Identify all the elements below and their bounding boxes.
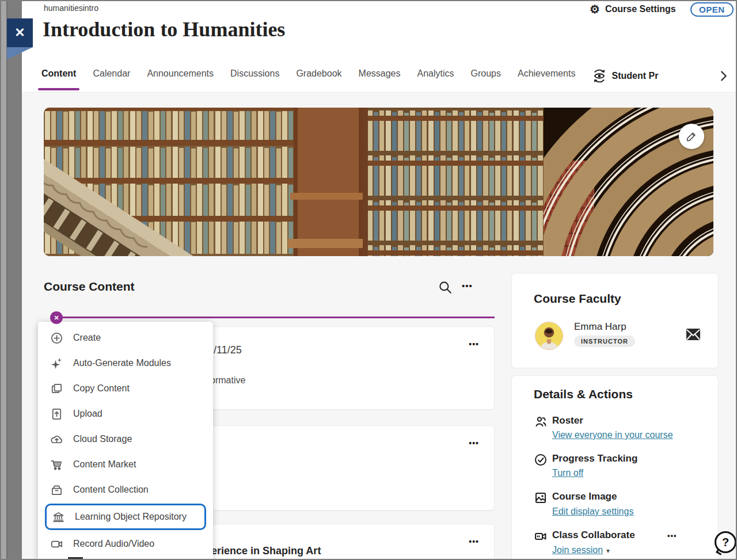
course-content-title: Course Content [44, 280, 135, 294]
menu-item-learning-object-repository[interactable]: Learning Object Repository [45, 504, 206, 530]
details-actions-title: Details & Actions [534, 387, 633, 401]
instructor-role-badge: INSTRUCTOR [574, 336, 635, 347]
tab-calendar[interactable]: Calendar [93, 68, 130, 94]
menu-item-content-collection[interactable]: Content Collection [38, 477, 213, 502]
join-session-link[interactable]: Join session▾ [552, 545, 610, 555]
instructor-name: Emma Harp [574, 321, 626, 333]
copy-icon [50, 382, 63, 395]
course-settings-label: Course Settings [605, 4, 676, 14]
student-preview-button[interactable]: Student Pr [592, 68, 658, 94]
menu-item-label: Content Market [73, 459, 136, 470]
plus-circle-icon [50, 332, 63, 345]
menu-item-partial-icon [68, 557, 83, 560]
card-2-menu-button[interactable]: ••• [469, 439, 479, 448]
card-3-menu-button[interactable]: ••• [469, 537, 479, 546]
menu-item-label: Create [73, 333, 101, 343]
menu-item-upload[interactable]: Upload [38, 401, 213, 426]
menu-item-label: Learning Object Repository [75, 512, 187, 522]
details-actions-card: Details & Actions Roster View everyone i… [511, 375, 719, 560]
roster-icon [534, 415, 548, 429]
email-icon[interactable] [686, 328, 701, 341]
course-image-label: Course Image [552, 491, 617, 502]
card-1-menu-button[interactable]: ••• [469, 340, 479, 349]
menu-item-content-market[interactable]: Content Market [38, 452, 213, 477]
student-preview-label: Student Pr [611, 71, 658, 81]
course-settings-button[interactable]: ⚙ Course Settings [590, 3, 676, 15]
menu-item-cloud-storage[interactable]: Cloud Storage [38, 426, 213, 452]
tab-achievements[interactable]: Achievements [518, 68, 576, 94]
card-3-title-fragment: erience in Shaping Art [211, 545, 321, 557]
menu-item-copy-content[interactable]: Copy Content [38, 376, 213, 401]
menu-item-label: Content Collection [73, 485, 149, 495]
course-content-menu-button[interactable]: ••• [462, 281, 473, 291]
gear-icon: ⚙ [590, 3, 600, 15]
add-content-menu: Create Auto-Generate Modules Copy Conten… [38, 322, 213, 560]
menu-item-label: Upload [73, 409, 102, 419]
menu-item-label: Auto-Generate Modules [73, 358, 171, 368]
close-small-icon: ✕ [54, 314, 59, 322]
sparkle-icon [50, 357, 63, 370]
tab-messages[interactable]: Messages [359, 68, 401, 94]
shopping-cart-icon [50, 458, 63, 471]
card-1-subtitle-fragment: ormative [210, 375, 245, 386]
caret-down-icon: ▾ [606, 547, 610, 555]
app-window: ✕ humanitiesintro Introduction to Humani… [0, 0, 737, 560]
tab-gradebook[interactable]: Gradebook [296, 68, 341, 94]
tab-content[interactable]: Content [41, 68, 76, 94]
course-faculty-title: Course Faculty [534, 292, 621, 306]
roster-label: Roster [552, 415, 583, 426]
bank-icon [52, 511, 65, 524]
upload-icon [50, 407, 63, 421]
tab-bar: Content Calendar Announcements Discussio… [22, 60, 736, 93]
menu-item-label: Cloud Storage [73, 434, 132, 444]
page-title: Introduction to Humanities [43, 17, 285, 41]
menu-item-record-audio-video[interactable]: Record Audio/Video [38, 531, 213, 557]
class-collaborate-icon [534, 529, 548, 543]
class-collaborate-menu-button[interactable]: ••• [667, 531, 677, 540]
class-collaborate-label: Class Collaborate [552, 529, 635, 541]
menu-item-label: Copy Content [73, 383, 130, 394]
search-icon[interactable] [438, 280, 453, 295]
video-camera-icon [50, 538, 63, 551]
tab-announcements[interactable]: Announcements [147, 68, 214, 94]
tab-analytics[interactable]: Analytics [417, 68, 454, 94]
progress-tracking-link[interactable]: Turn off [552, 468, 583, 478]
card-1-due-date-fragment: /11/25 [214, 344, 242, 356]
content-collection-icon [50, 483, 63, 497]
open-status-badge[interactable]: OPEN [690, 2, 734, 17]
course-image-link[interactable]: Edit display settings [552, 506, 633, 517]
course-banner-image [44, 108, 713, 256]
course-image-icon [534, 491, 548, 505]
tabs-overflow-chevron-right-icon[interactable] [717, 70, 730, 82]
help-button[interactable]: ? [715, 531, 736, 553]
join-session-label: Join session [552, 545, 603, 555]
close-course-button[interactable]: ✕ [7, 18, 33, 47]
menu-item-auto-generate-modules[interactable]: Auto-Generate Modules [38, 351, 213, 376]
close-icon: ✕ [14, 25, 25, 40]
instructor-avatar[interactable] [535, 322, 563, 350]
cloud-upload-icon [50, 433, 63, 446]
progress-tracking-label: Progress Tracking [552, 453, 637, 464]
student-preview-icon [592, 68, 607, 83]
menu-item-label: Record Audio/Video [73, 539, 154, 549]
close-add-content-button[interactable]: ✕ [50, 311, 63, 324]
insert-content-divider [61, 317, 495, 318]
menu-item-create[interactable]: Create [38, 325, 213, 351]
edit-banner-button[interactable] [679, 124, 704, 149]
course-id: humanitiesintro [44, 3, 98, 13]
course-faculty-card: Course Faculty Emma Harp INSTRUCTOR [511, 273, 719, 368]
question-mark-icon: ? [722, 536, 729, 549]
tab-discussions[interactable]: Discussions [230, 68, 279, 94]
tab-groups[interactable]: Groups [471, 68, 501, 94]
progress-tracking-icon [534, 453, 548, 467]
background-page-strip [1, 1, 22, 559]
roster-link[interactable]: View everyone in your course [552, 430, 673, 440]
pencil-icon [685, 130, 698, 143]
